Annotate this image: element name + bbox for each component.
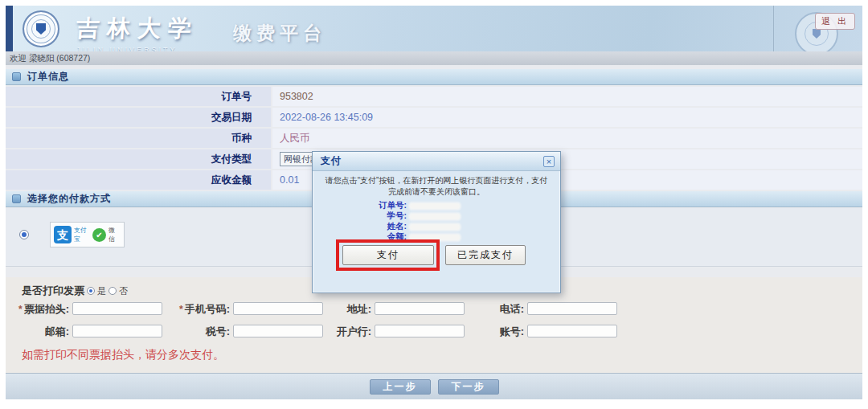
section-bullet-icon bbox=[12, 72, 21, 81]
alipay-label: 支付宝 bbox=[74, 226, 90, 243]
order-info-section-header: 订单信息 bbox=[6, 69, 862, 85]
invoice-title-input[interactable] bbox=[72, 302, 162, 315]
university-name-cn: 吉林大学 bbox=[76, 13, 200, 45]
account-number-label: 账号: bbox=[464, 324, 524, 339]
payment-method-section-title: 选择您的付款方式 bbox=[27, 192, 111, 206]
dialog-amount-row: 金额: bbox=[313, 232, 560, 242]
payment-dialog-message: 请您点击“支付”按钮，在新打开的网上银行页面进行支付，支付完成前请不要关闭该窗口… bbox=[323, 175, 550, 198]
multi-payment-warning-text: 如需打印不同票据抬头，请分多次支付。 bbox=[22, 348, 224, 362]
close-icon[interactable]: × bbox=[543, 156, 555, 167]
transaction-date-value: 2022-08-26 13:45:09 bbox=[280, 108, 373, 127]
account-number-input[interactable] bbox=[527, 325, 617, 337]
page-title: 缴费平台 bbox=[233, 21, 326, 46]
table-row: 交易日期 2022-08-26 13:45:09 bbox=[6, 108, 862, 127]
mobile-number-label: *手机号码: bbox=[166, 301, 230, 317]
phone-label-text: 电话: bbox=[500, 302, 524, 317]
currency-value-cell: 人民币 bbox=[272, 129, 862, 148]
order-number-value-cell: 953802 bbox=[272, 87, 862, 106]
previous-step-button[interactable]: 上一步 bbox=[370, 379, 431, 395]
currency-label: 币种 bbox=[6, 129, 271, 148]
pay-button[interactable]: 支付 bbox=[342, 245, 434, 265]
welcome-bar: 欢迎 梁晓阳 (608727) bbox=[6, 51, 862, 65]
print-invoice-row: 是否打印发票 是 否 bbox=[22, 284, 128, 298]
print-invoice-yes-radio[interactable] bbox=[87, 287, 95, 295]
required-asterisk: * bbox=[18, 304, 23, 315]
email-label: 邮箱: bbox=[17, 324, 69, 339]
payment-dialog: 支付 × 请您点击“支付”按钮，在新打开的网上银行页面进行支付，支付完成前请不要… bbox=[312, 151, 561, 293]
print-invoice-label: 是否打印发票 bbox=[22, 284, 84, 298]
payment-method-radio[interactable] bbox=[19, 230, 29, 239]
amount-due-label: 应收金额 bbox=[6, 170, 271, 190]
tax-id-label-text: 税号: bbox=[206, 325, 230, 339]
university-name: 吉林大学 JILIN UNIVERSITY bbox=[76, 13, 199, 54]
logout-button[interactable]: 退 出 bbox=[815, 13, 855, 30]
print-invoice-no-label: 否 bbox=[119, 285, 128, 297]
payment-dialog-header: 支付 × bbox=[313, 152, 560, 171]
payment-dialog-fields: 订单号: 学号: 姓名: 金额: bbox=[313, 201, 560, 242]
tax-id-label: 税号: bbox=[166, 324, 230, 339]
transaction-date-label: 交易日期 bbox=[6, 108, 271, 127]
phone-input[interactable] bbox=[527, 302, 617, 315]
dialog-student-id-value-redacted bbox=[409, 213, 461, 220]
address-label: 地址: bbox=[311, 301, 371, 317]
payment-method-option[interactable]: 支 支付宝 ✔ 微 信 bbox=[50, 222, 125, 247]
invoice-title-label: *票据抬头: bbox=[17, 301, 69, 317]
payment-dialog-title: 支付 bbox=[321, 154, 342, 168]
dialog-order-number-value-redacted bbox=[409, 202, 461, 210]
payment-completed-button[interactable]: 已完成支付 bbox=[445, 245, 526, 265]
email-label-text: 邮箱: bbox=[45, 325, 69, 339]
payment-type-label: 支付类型 bbox=[6, 149, 271, 169]
tax-id-input[interactable] bbox=[233, 325, 323, 337]
amount-due-value: 0.01 bbox=[280, 170, 299, 190]
bank-branch-label: 开户行: bbox=[311, 324, 371, 339]
dialog-student-id-label: 学号: bbox=[313, 211, 407, 222]
app-header: 吉林大学 JILIN UNIVERSITY 缴费平台 退 出 bbox=[6, 6, 862, 51]
required-asterisk: * bbox=[179, 304, 183, 315]
university-emblem-ring bbox=[31, 19, 51, 39]
account-number-label-text: 账号: bbox=[500, 325, 524, 339]
transaction-date-value-cell: 2022-08-26 13:45:09 bbox=[272, 108, 862, 127]
footer-bar: 上一步 下一步 bbox=[6, 373, 862, 399]
bank-branch-label-text: 开户行: bbox=[337, 325, 371, 339]
university-emblem-icon bbox=[23, 10, 59, 47]
section-bullet-icon bbox=[12, 194, 21, 203]
next-step-button[interactable]: 下一步 bbox=[438, 379, 499, 395]
wechat-label: 微 信 bbox=[108, 226, 121, 243]
shield-icon bbox=[813, 29, 821, 39]
header-accent-strip bbox=[6, 6, 13, 51]
shield-icon bbox=[36, 23, 46, 35]
dialog-name-value-redacted bbox=[409, 223, 461, 231]
mobile-number-label-text: 手机号码: bbox=[185, 302, 230, 317]
dialog-name-row: 姓名: bbox=[313, 222, 560, 231]
table-row: 币种 人民币 bbox=[6, 129, 862, 148]
payment-platform-page: 吉林大学 JILIN UNIVERSITY 缴费平台 退 出 欢迎 梁晓阳 (6… bbox=[0, 0, 868, 409]
mobile-number-input[interactable] bbox=[233, 302, 323, 315]
phone-label: 电话: bbox=[464, 301, 524, 317]
address-input[interactable] bbox=[375, 302, 465, 315]
print-invoice-no-radio[interactable] bbox=[108, 287, 117, 295]
order-number-label: 订单号 bbox=[6, 87, 271, 106]
dialog-amount-value-redacted bbox=[409, 234, 461, 241]
alipay-icon: 支 bbox=[54, 226, 72, 243]
invoice-title-label-text: 票据抬头: bbox=[24, 302, 69, 317]
address-label-text: 地址: bbox=[347, 302, 371, 317]
wechat-icon: ✔ bbox=[92, 228, 106, 242]
print-invoice-yes-label: 是 bbox=[97, 285, 106, 297]
dialog-order-number-label: 订单号: bbox=[313, 200, 407, 211]
currency-value: 人民币 bbox=[280, 129, 310, 148]
dialog-name-label: 姓名: bbox=[313, 221, 407, 232]
dialog-amount-label: 金额: bbox=[313, 231, 407, 243]
bank-branch-input[interactable] bbox=[375, 325, 465, 337]
email-input[interactable] bbox=[72, 325, 162, 337]
dialog-student-id-row: 学号: bbox=[313, 211, 560, 221]
header-right-panel: 退 出 bbox=[773, 6, 862, 51]
order-number-value: 953802 bbox=[280, 87, 313, 106]
table-row: 订单号 953802 bbox=[6, 87, 862, 106]
order-info-section-title: 订单信息 bbox=[27, 70, 69, 84]
dialog-order-number-row: 订单号: bbox=[313, 201, 560, 211]
